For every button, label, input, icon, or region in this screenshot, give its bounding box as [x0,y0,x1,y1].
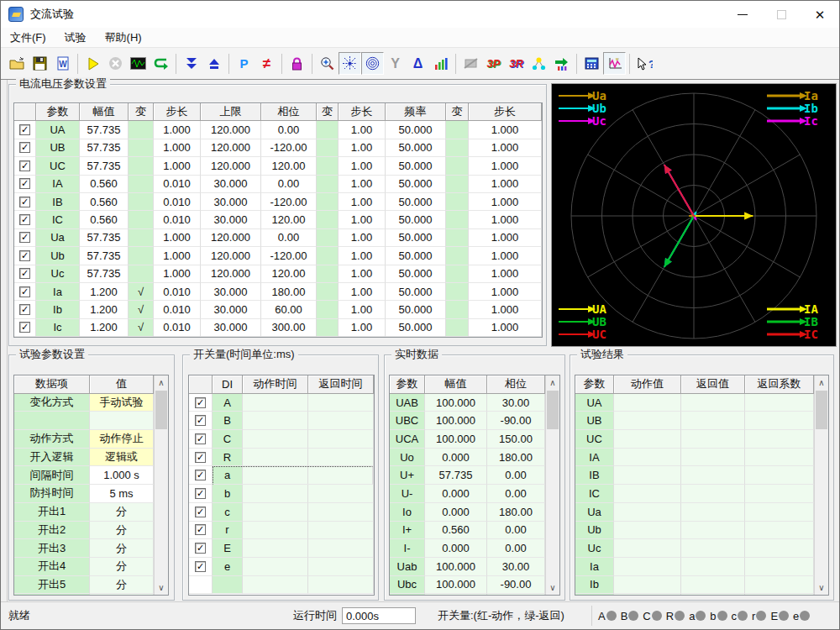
open-button[interactable] [6,52,29,75]
param-cell[interactable]: 1.00 [339,301,386,318]
waveform-button[interactable] [127,52,150,75]
param-cell[interactable]: 1.000 [469,283,542,301]
param-cell[interactable] [317,176,339,193]
checkbox[interactable]: ✓ [195,415,206,426]
param-cell[interactable]: 1.00 [339,139,386,157]
param-value-cell[interactable]: 手动试验 [90,394,154,412]
param-cell[interactable]: √ [129,301,154,318]
param-cell[interactable] [446,176,469,193]
param-cell[interactable]: 300.00 [261,319,317,337]
param-cell[interactable]: 120.000 [201,157,261,175]
scroll-up-arrow[interactable]: ∧ [155,375,168,390]
checkbox-cell[interactable]: ✓ [14,247,36,265]
start-button[interactable] [81,52,104,75]
param-cell[interactable] [129,229,154,247]
checkbox-cell[interactable]: ✓ [189,394,213,412]
action-time-cell[interactable] [243,412,308,430]
checkbox-cell[interactable]: ✓ [189,449,213,467]
param-cell[interactable]: 120.000 [201,229,261,247]
param-cell[interactable]: 50.000 [386,229,446,247]
checkbox[interactable]: ✓ [19,304,30,315]
param-cell[interactable]: 30.000 [201,283,261,301]
param-value-cell[interactable]: 动作停止 [90,430,154,449]
checkbox[interactable]: ✓ [19,142,30,153]
checkbox-cell[interactable]: ✓ [189,485,213,503]
action-time-cell[interactable] [243,449,308,467]
param-cell[interactable]: 0.010 [154,211,201,228]
checkbox[interactable]: ✓ [19,268,30,279]
param-cell[interactable] [446,121,469,139]
vertical-scrollbar[interactable]: ∧∨ [814,375,828,595]
save-button[interactable] [29,52,51,75]
param-cell[interactable]: 1.00 [339,283,386,301]
checkbox[interactable]: ✓ [19,124,30,135]
param-cell[interactable]: 1.000 [469,211,542,228]
param-value-cell[interactable]: 分 [90,539,154,558]
checkbox[interactable]: ✓ [195,452,206,463]
param-cell[interactable]: 1.000 [469,229,542,247]
param-value-cell[interactable]: 5 ms [90,485,154,503]
di-cell[interactable]: a [213,466,243,485]
param-cell[interactable]: 1.000 [469,319,542,337]
param-cell[interactable]: Ib [36,301,80,318]
action-time-cell[interactable] [243,558,308,576]
param-cell[interactable]: 57.735 [80,247,129,265]
di-cell[interactable]: B [213,412,243,430]
param-cell[interactable]: 1.000 [469,193,542,211]
param-cell[interactable]: 57.735 [80,121,129,139]
return-time-cell[interactable] [308,485,374,503]
checkbox[interactable]: ✓ [19,232,30,243]
scroll-down-arrow[interactable]: ∨ [546,580,559,595]
param-cell[interactable]: 50.000 [386,319,446,337]
param-cell[interactable] [317,283,339,301]
checkbox[interactable]: ✓ [19,197,30,207]
param-cell[interactable] [317,139,339,157]
param-cell[interactable]: 1.00 [339,229,386,247]
param-cell[interactable]: 120.000 [201,139,261,157]
close-button[interactable]: ✕ [801,1,839,28]
param-cell[interactable]: 1.00 [339,121,386,139]
param-cell[interactable]: 1.000 [469,121,542,139]
zoom-button[interactable] [316,52,339,75]
param-cell[interactable]: 57.735 [80,139,129,157]
scroll-up-arrow[interactable]: ∧ [815,375,828,390]
param-cell[interactable] [317,319,339,337]
param-cell[interactable]: UA [36,121,80,139]
param-cell[interactable]: 1.200 [80,319,129,337]
checkbox[interactable]: ✓ [195,433,206,444]
param-cell[interactable]: -120.00 [261,139,317,157]
param-cell[interactable]: 120.000 [201,247,261,265]
checkbox-cell[interactable]: ✓ [14,319,36,337]
checkbox-cell[interactable]: ✓ [189,430,213,449]
param-cell[interactable]: IA [36,176,80,193]
param-cell[interactable]: 1.000 [154,121,201,139]
checkbox-cell[interactable]: ✓ [14,265,36,283]
param-cell[interactable]: 50.000 [386,157,446,175]
checkbox[interactable]: ✓ [195,397,206,408]
param-cell[interactable]: Ic [36,319,80,337]
param-cell[interactable]: 1.00 [339,247,386,265]
return-time-cell[interactable] [308,430,374,449]
param-cell[interactable] [129,176,154,193]
maximize-button[interactable] [762,1,801,28]
param-cell[interactable] [317,193,339,211]
checkbox-cell[interactable]: ✓ [14,229,36,247]
param-cell[interactable]: 1.000 [469,247,542,265]
vertical-scrollbar[interactable]: ∧∨ [154,375,168,595]
di-cell[interactable]: E [213,539,243,558]
action-time-cell[interactable] [243,503,308,522]
param-cell[interactable]: 1.000 [469,265,542,283]
scroll-thumb[interactable] [155,391,167,429]
param-cell[interactable]: -120.00 [261,193,317,211]
param-cell[interactable]: 1.00 [339,176,386,193]
sequence-button[interactable] [550,52,573,75]
param-cell[interactable] [446,211,469,228]
param-cell[interactable]: 50.000 [386,121,446,139]
checkbox-cell[interactable]: ✓ [189,539,213,558]
checkbox-cell[interactable]: ✓ [189,522,213,540]
param-cell[interactable] [129,211,154,228]
param-cell[interactable]: 1.000 [154,229,201,247]
param-cell[interactable]: 30.000 [201,211,261,228]
minimize-button[interactable] [723,1,762,28]
checkbox-cell[interactable]: ✓ [189,466,213,485]
